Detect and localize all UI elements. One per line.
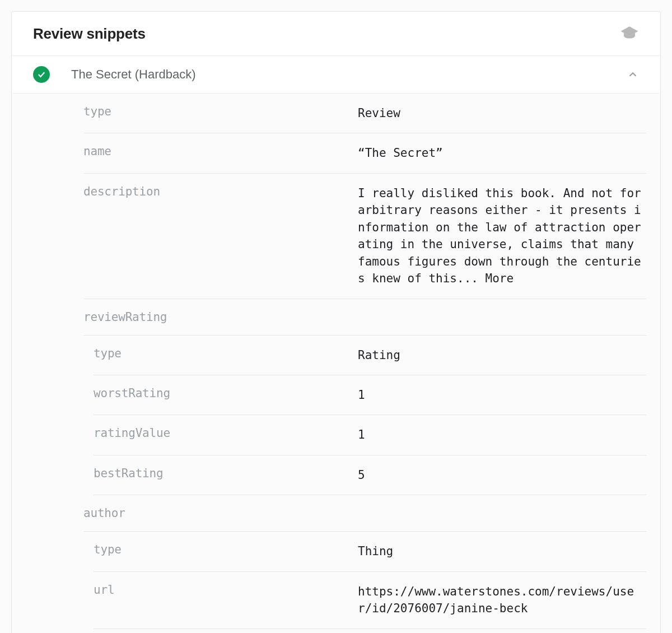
prop-key: worstRating <box>94 387 358 403</box>
prop-val: Thing <box>358 543 647 560</box>
prop-key: type <box>94 543 358 560</box>
prop-row-type: type Review <box>83 94 647 133</box>
accordion-header[interactable]: The Secret (Hardback) <box>12 56 660 94</box>
prop-key: type <box>94 347 358 364</box>
prop-row-bestrating: bestRating 5 <box>94 455 647 495</box>
prop-key: author <box>83 506 358 520</box>
prop-val: Review <box>358 105 647 122</box>
prop-row-worstrating: worstRating 1 <box>94 375 647 415</box>
graduation-cap-icon[interactable] <box>620 24 639 43</box>
chevron-up-icon <box>627 68 639 81</box>
prop-val: https://www.waterstones.com/reviews/user… <box>358 583 647 617</box>
prop-row-rating-type: type Rating <box>94 336 647 375</box>
prop-row-description: description I really disliked this book.… <box>83 174 647 299</box>
card-header: Review snippets <box>12 12 660 56</box>
prop-val: Rating <box>358 347 647 364</box>
prop-key: url <box>94 583 358 617</box>
check-success-icon <box>33 66 50 83</box>
prop-row-author-type: type Thing <box>94 532 647 571</box>
card-title: Review snippets <box>33 25 146 43</box>
accordion-title: The Secret (Hardback) <box>71 67 627 82</box>
review-snippets-card: Review snippets The Secret (Hardback) ty… <box>11 11 661 633</box>
prop-key: type <box>83 105 358 122</box>
prop-val: “The Secret” <box>358 145 647 161</box>
prop-row-name: name “The Secret” <box>83 133 647 173</box>
prop-val: 5 <box>358 467 647 483</box>
prop-key: name <box>83 145 358 161</box>
prop-row-url: url https://www.waterstones.com/reviews/… <box>94 572 647 629</box>
prop-row-author: author <box>83 495 647 532</box>
prop-val: 1 <box>358 387 647 403</box>
prop-val: I really disliked this book. And not for… <box>358 185 647 287</box>
prop-val: 1 <box>358 426 647 443</box>
prop-key: ratingValue <box>94 426 358 443</box>
properties-panel: type Review name “The Secret” descriptio… <box>12 94 660 633</box>
prop-val <box>358 310 647 324</box>
prop-key: reviewRating <box>83 310 358 324</box>
prop-row-datepublished: datePublished 10th December 2008 <box>83 629 647 633</box>
prop-row-ratingvalue: ratingValue 1 <box>94 415 647 455</box>
prop-key: bestRating <box>94 467 358 483</box>
prop-val <box>358 506 647 520</box>
prop-key: description <box>83 185 358 287</box>
prop-row-reviewrating: reviewRating <box>83 299 647 336</box>
